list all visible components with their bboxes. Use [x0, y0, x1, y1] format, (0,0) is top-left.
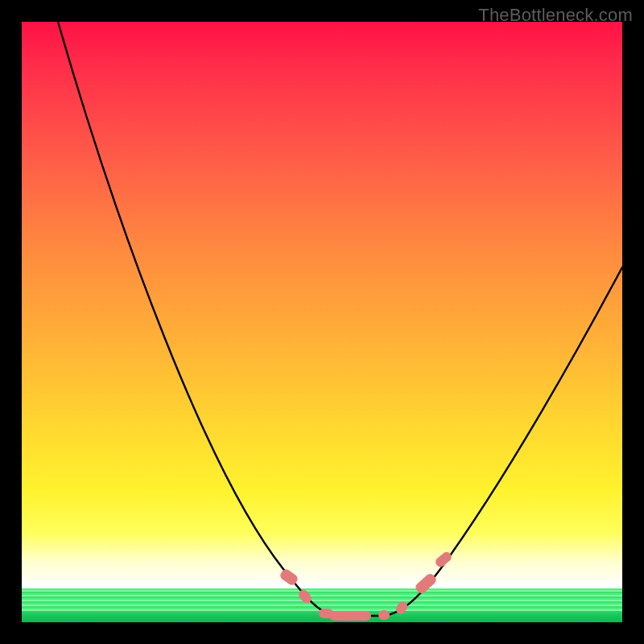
svg-rect-5 [394, 600, 409, 616]
chart-frame: TheBottleneck.com [0, 0, 644, 644]
curve-marker [378, 610, 390, 620]
plot-area [22, 22, 622, 622]
svg-rect-3 [329, 611, 371, 621]
curve-marker [329, 611, 371, 621]
curve-layer [22, 22, 622, 622]
marker-group [279, 550, 453, 621]
svg-rect-4 [378, 610, 390, 620]
bottleneck-curve [58, 22, 622, 616]
curve-marker [394, 600, 409, 616]
